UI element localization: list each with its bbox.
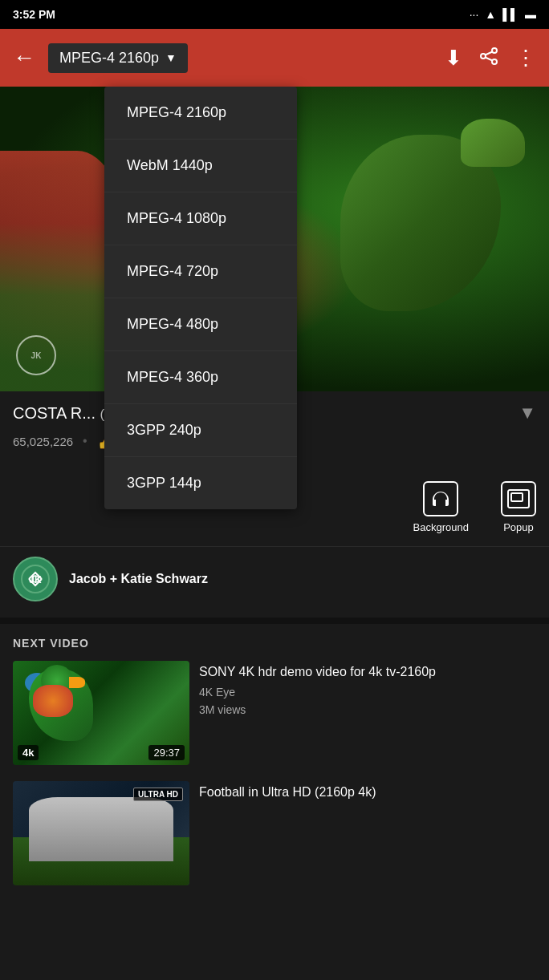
svg-point-1 [492, 59, 497, 64]
channel-watermark: JK [16, 335, 56, 375]
snake-head-decoration [461, 119, 525, 167]
video-thumb-1: 4k 29:37 [13, 661, 189, 765]
parrot-orange [33, 685, 73, 717]
download-button[interactable]: ⬇ [445, 46, 462, 71]
format-dropdown-menu: MPEG-4 2160p WebM 1440p MPEG-4 1080p MPE… [104, 87, 297, 509]
popup-button[interactable]: Popup [501, 481, 536, 533]
channel-row: JK Jacob + Katie Schwarz [0, 546, 549, 618]
background-button[interactable]: Background [413, 481, 469, 533]
format-option-4[interactable]: MPEG-4 480p [104, 298, 297, 351]
next-video-label: NEXT VIDEO [13, 637, 536, 650]
share-button[interactable] [478, 46, 499, 71]
status-bar: 3:52 PM ··· ▲ ▌▌ ▬ [0, 0, 549, 29]
svg-line-4 [486, 57, 493, 60]
svg-line-3 [486, 51, 493, 55]
format-dropdown-button[interactable]: MPEG-4 2160p ▼ [48, 43, 188, 73]
channel-name: Jacob + Katie Schwarz [69, 572, 208, 586]
format-option-0[interactable]: MPEG-4 2160p [104, 87, 297, 140]
app-bar: ← MPEG-4 2160p ▼ ⬇ ⋮ [0, 29, 549, 87]
title-expand-icon[interactable]: ▼ [518, 403, 536, 423]
popup-icon [501, 481, 536, 516]
video-card-channel-1: 4K Eye [199, 686, 536, 699]
popup-label: Popup [503, 521, 534, 533]
parrot-beak [69, 677, 85, 688]
status-time: 3:52 PM [13, 8, 55, 21]
format-option-7[interactable]: 3GPP 144p [104, 457, 297, 509]
more-options-button[interactable]: ⋮ [515, 46, 536, 71]
background-label: Background [413, 521, 469, 533]
svg-point-0 [492, 48, 497, 53]
video-card-2[interactable]: ULTRA HD Football in Ultra HD (2160p 4k) [13, 781, 536, 885]
4k-badge: 4k [18, 745, 39, 760]
battery-icon: ▬ [525, 8, 536, 21]
video-thumb-2: ULTRA HD [13, 781, 189, 885]
app-bar-actions: ⬇ ⋮ [445, 46, 536, 71]
video-duration-1: 29:37 [148, 745, 185, 760]
format-option-2[interactable]: MPEG-4 1080p [104, 192, 297, 245]
ultra-hd-badge: ULTRA HD [133, 788, 183, 801]
thumb-background-football: ULTRA HD [13, 781, 189, 885]
back-button[interactable]: ← [13, 45, 35, 71]
signal-bars-icon: ▌▌ [502, 8, 518, 21]
view-count: 65,025,226 [13, 435, 73, 448]
svg-point-2 [481, 54, 486, 59]
status-icons: ··· ▲ ▌▌ ▬ [470, 8, 536, 21]
football-legs [29, 797, 173, 861]
next-video-section: NEXT VIDEO 4k 29:37 SONY 4K hdr demo vid… [0, 624, 549, 908]
selected-format-label: MPEG-4 2160p [59, 50, 159, 67]
format-option-5[interactable]: MPEG-4 360p [104, 351, 297, 404]
video-card-views-1: 3M views [199, 703, 536, 716]
channel-avatar: JK [13, 557, 58, 601]
format-option-6[interactable]: 3GPP 240p [104, 404, 297, 457]
format-option-3[interactable]: MPEG-4 720p [104, 245, 297, 298]
video-card-info-1: SONY 4K hdr demo video for 4k tv-2160p 4… [199, 661, 536, 765]
wifi-icon: ▲ [485, 8, 496, 21]
video-card-title-1: SONY 4K hdr demo video for 4k tv-2160p [199, 664, 536, 681]
chevron-down-icon: ▼ [165, 51, 177, 64]
video-card-title-2: Football in Ultra HD (2160p 4k) [199, 784, 536, 801]
video-card-info-2: Football in Ultra HD (2160p 4k) [199, 781, 536, 885]
svg-rect-6 [511, 493, 523, 501]
headphone-icon [423, 481, 458, 516]
format-option-1[interactable]: WebM 1440p [104, 140, 297, 192]
video-card-1[interactable]: 4k 29:37 SONY 4K hdr demo video for 4k t… [13, 661, 536, 765]
section-divider [0, 618, 549, 624]
signal-dots-icon: ··· [470, 8, 479, 21]
